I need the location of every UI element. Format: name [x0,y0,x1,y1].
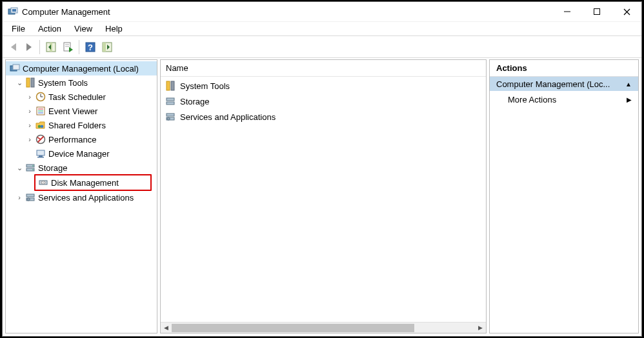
scroll-thumb[interactable] [172,324,414,332]
tree-system-tools[interactable]: ⌄ System Tools [6,75,157,90]
actions-header: Actions [490,60,638,77]
device-manager-icon [35,148,46,159]
window: Computer Management File Action View Hel… [2,1,642,337]
storage-icon [165,95,176,107]
maximize-button[interactable] [582,2,612,21]
forward-button[interactable] [22,40,36,54]
performance-icon [35,134,46,144]
console-tree[interactable]: Computer Management (Local) ⌄ System Too… [5,59,157,333]
svg-rect-39 [37,157,44,158]
titlebar: Computer Management [3,2,641,21]
highlight-box: Disk Management [34,174,152,191]
body: Computer Management (Local) ⌄ System Too… [3,58,641,336]
tree-event-viewer[interactable]: › Event Viewer [6,104,157,118]
scroll-right-button[interactable]: ▶ [475,323,486,333]
svg-rect-51 [171,81,174,90]
svg-marker-7 [11,43,16,51]
list-item[interactable]: System Tools [163,78,483,94]
submenu-icon: ▶ [627,96,632,103]
clock-icon [35,92,46,102]
app-icon [8,6,18,17]
show-action-pane-button[interactable] [99,39,115,55]
svg-rect-2 [12,9,16,12]
expand-icon[interactable]: › [25,107,34,115]
disk-management-icon [38,177,48,188]
menu-help[interactable]: Help [99,23,129,35]
tree-label: Task Scheduler [48,92,106,102]
collapse-icon[interactable]: ⌄ [15,164,24,172]
tree-label: Services and Applications [38,193,134,203]
tree-storage[interactable]: ⌄ Storage [6,161,157,175]
svg-point-49 [27,198,30,201]
svg-rect-37 [37,150,45,155]
list-item[interactable]: Storage [163,94,483,109]
computer-mgmt-icon [10,63,20,74]
svg-rect-23 [26,78,30,87]
storage-icon [25,163,35,173]
help-button[interactable]: ? [83,39,98,55]
shared-folders-icon [35,120,46,130]
menubar: File Action View Help [3,21,641,35]
actions-pane: Actions Computer Management (Loc... ▲ Mo… [489,59,639,333]
list-label: Storage [180,97,210,106]
svg-point-33 [41,125,44,128]
list-item[interactable]: Services and Applications [163,109,483,124]
tree-label: System Tools [38,78,88,88]
collapse-icon: ▲ [625,81,632,88]
expand-icon[interactable]: › [25,135,34,143]
svg-rect-47 [26,194,34,197]
action-label: More Actions [508,95,556,104]
svg-rect-24 [31,78,34,87]
svg-point-32 [38,125,41,128]
tree-label: Event Viewer [48,106,97,116]
menu-view[interactable]: View [68,23,99,35]
tree-label: Computer Management (Local) [23,64,139,74]
action-group-header[interactable]: Computer Management (Loc... ▲ [490,77,638,91]
back-button[interactable] [6,40,21,54]
svg-rect-52 [166,98,174,101]
toolbar: ? [3,36,641,58]
window-title: Computer Management [22,7,552,17]
tree-root[interactable]: Computer Management (Local) [6,61,157,75]
svg-rect-50 [166,81,170,90]
svg-rect-53 [166,102,174,104]
tree-disk-management[interactable]: Disk Management [35,175,150,190]
tree-shared-folders[interactable]: › Shared Folders [6,118,157,132]
svg-rect-19 [103,43,106,52]
expand-icon[interactable]: › [25,121,34,129]
svg-point-46 [43,182,44,183]
expand-icon[interactable]: › [25,93,34,101]
minimize-button[interactable] [552,2,582,21]
content-list[interactable]: System Tools Storage Services and Applic… [161,77,486,322]
tree-label: Performance [48,135,96,144]
svg-rect-38 [39,155,43,157]
tree-device-manager[interactable]: › Device Manager [6,146,157,161]
menu-file[interactable]: File [5,23,32,35]
system-tools-icon [165,80,176,92]
toolbar-separator [39,40,40,54]
content-pane: Name System Tools Storage Services and A… [160,59,487,333]
action-more-actions[interactable]: More Actions ▶ [490,91,638,108]
collapse-icon[interactable]: ⌄ [15,79,24,87]
tree-task-scheduler[interactable]: › Task Scheduler [6,90,157,104]
action-group-label: Computer Management (Loc... [496,79,610,89]
toolbar-separator [79,40,79,54]
svg-rect-54 [166,114,174,116]
svg-point-43 [32,169,34,170]
content-header: Name [161,60,486,77]
tree-label: Device Manager [48,149,110,159]
expand-icon[interactable]: › [15,194,24,201]
menu-action[interactable]: Action [32,23,68,35]
export-list-button[interactable] [60,39,75,55]
show-hide-tree-button[interactable] [43,39,59,55]
tree-performance[interactable]: › Performance [6,132,157,146]
svg-rect-22 [13,65,19,70]
scroll-left-button[interactable]: ◀ [161,323,172,333]
horizontal-scrollbar[interactable]: ◀ ▶ [161,322,486,333]
tree-services-apps[interactable]: › Services and Applications [6,190,157,204]
scroll-track[interactable] [172,323,475,333]
svg-marker-15 [69,47,73,52]
column-name[interactable]: Name [161,61,194,75]
close-button[interactable] [612,2,641,21]
system-tools-icon [25,77,35,88]
